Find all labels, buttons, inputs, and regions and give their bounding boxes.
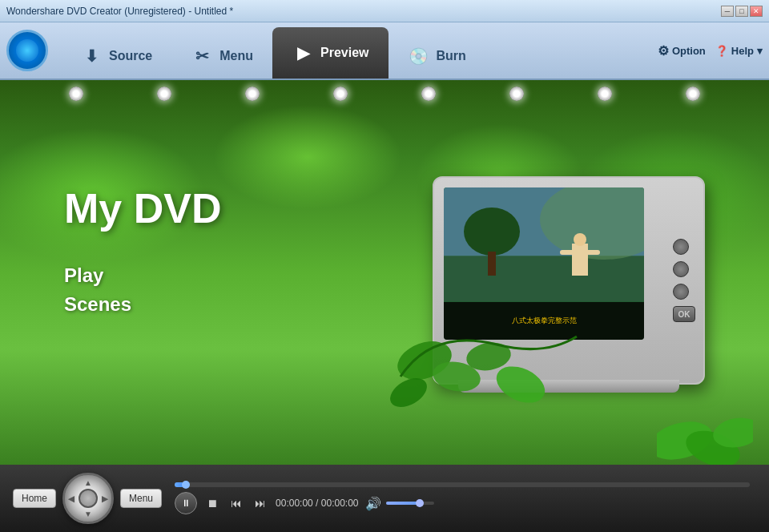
volume-fill bbox=[386, 502, 420, 505]
titlebar: Wondershare DVD Creator (Unregistered) -… bbox=[0, 0, 769, 22]
svg-rect-3 bbox=[488, 252, 496, 276]
menu-button[interactable]: Menu bbox=[120, 489, 162, 508]
tv-buttons: OK bbox=[673, 239, 695, 322]
toolbar: ⬇ Source ✂ Menu ▶ Preview 💿 Burn ⚙ Optio… bbox=[0, 22, 769, 80]
preview-icon: ▶ bbox=[292, 42, 314, 64]
vine-decoration-svg bbox=[384, 312, 585, 409]
progress-area: ⏸ ⏹ ⏮ ⏭ 00:00:00 / 00:00:00 🔊 bbox=[175, 482, 750, 514]
stage-lights bbox=[0, 80, 769, 128]
tab-source[interactable]: ⬇ Source bbox=[61, 34, 171, 79]
nav-up-arrow: ▲ bbox=[84, 478, 92, 487]
menu-tab-label: Menu bbox=[219, 49, 253, 63]
dvd-title: My DVD bbox=[64, 184, 221, 232]
tv-button-1[interactable] bbox=[673, 239, 689, 255]
stop-button[interactable]: ⏹ bbox=[203, 494, 221, 512]
tv-ok-button[interactable]: OK bbox=[673, 306, 695, 322]
source-icon: ⬇ bbox=[80, 45, 103, 67]
progress-bar[interactable] bbox=[175, 482, 750, 487]
stage-light-6 bbox=[509, 87, 524, 101]
volume-handle[interactable] bbox=[416, 499, 424, 507]
nav-left-arrow: ◀ bbox=[68, 494, 74, 503]
svg-rect-7 bbox=[560, 250, 600, 255]
next-button[interactable]: ⏭ bbox=[252, 494, 269, 512]
tab-menu[interactable]: ✂ Menu bbox=[171, 34, 272, 79]
tv-scenery-svg bbox=[444, 187, 644, 302]
stage-light-2 bbox=[157, 87, 171, 101]
window-controls: ─ □ ✕ bbox=[721, 6, 763, 17]
gear-icon: ⚙ bbox=[658, 43, 669, 58]
menu-icon: ✂ bbox=[191, 45, 213, 67]
app-logo bbox=[6, 30, 48, 71]
prev-button[interactable]: ⏮ bbox=[227, 494, 245, 512]
nav-right-arrow: ▶ bbox=[102, 494, 108, 503]
nav-disc[interactable]: ▲ ▼ ◀ ▶ bbox=[62, 473, 114, 524]
progress-handle[interactable] bbox=[182, 481, 190, 489]
tv-container: 八式太极拳完整示范 OK bbox=[433, 176, 705, 385]
minimize-button[interactable]: ─ bbox=[721, 6, 734, 17]
stage-light-8 bbox=[686, 87, 700, 101]
nav-down-arrow: ▼ bbox=[84, 510, 92, 518]
maximize-button[interactable]: □ bbox=[735, 6, 748, 17]
app-logo-inner bbox=[16, 39, 38, 62]
stage-light-3 bbox=[245, 87, 260, 101]
svg-rect-1 bbox=[444, 256, 644, 302]
preview-tab-label: Preview bbox=[320, 46, 368, 60]
help-icon: ❓ bbox=[715, 45, 728, 57]
dvd-menu-items: Play Scenes bbox=[64, 264, 131, 322]
help-dropdown-icon: ▾ bbox=[757, 45, 763, 57]
tv-button-3[interactable] bbox=[673, 284, 689, 300]
control-bar: Home ▲ ▼ ◀ ▶ Menu ⏸ ⏹ ⏮ ⏭ 00:00:00 bbox=[0, 465, 769, 532]
svg-point-6 bbox=[574, 233, 586, 246]
help-button[interactable]: ❓ Help ▾ bbox=[715, 45, 763, 57]
svg-rect-5 bbox=[572, 244, 588, 276]
time-current: 00:00:00 bbox=[276, 498, 313, 509]
toolbar-right: ⚙ Option ❓ Help ▾ bbox=[658, 43, 763, 58]
option-button[interactable]: ⚙ Option bbox=[658, 43, 706, 58]
time-display: 00:00:00 / 00:00:00 bbox=[276, 498, 358, 509]
time-separator: / bbox=[316, 498, 321, 509]
tab-preview[interactable]: ▶ Preview bbox=[272, 27, 388, 79]
volume-area: 🔊 bbox=[365, 496, 434, 511]
nav-center-button[interactable] bbox=[79, 489, 98, 508]
tv-button-2[interactable] bbox=[673, 261, 689, 277]
leaf-decoration-svg bbox=[657, 401, 753, 465]
volume-bar[interactable] bbox=[386, 502, 434, 505]
main-content: My DVD Play Scenes bbox=[0, 80, 769, 532]
time-total: 00:00:00 bbox=[321, 498, 359, 509]
dvd-preview: My DVD Play Scenes bbox=[0, 80, 769, 465]
stage-light-1 bbox=[69, 87, 83, 101]
dvd-menu-scenes[interactable]: Scenes bbox=[64, 293, 131, 316]
volume-icon[interactable]: 🔊 bbox=[365, 496, 381, 511]
stage-light-5 bbox=[421, 87, 436, 101]
option-label: Option bbox=[672, 45, 706, 57]
svg-point-2 bbox=[464, 208, 520, 256]
help-label: Help bbox=[731, 45, 754, 57]
stage-light-4 bbox=[333, 87, 348, 101]
dvd-menu-play[interactable]: Play bbox=[64, 264, 131, 287]
burn-icon: 💿 bbox=[408, 45, 430, 67]
playback-controls: ⏸ ⏹ ⏮ ⏭ 00:00:00 / 00:00:00 🔊 bbox=[175, 492, 750, 514]
tab-burn[interactable]: 💿 Burn bbox=[389, 34, 485, 79]
window-title: Wondershare DVD Creator (Unregistered) -… bbox=[6, 6, 233, 17]
toolbar-tabs: ⬇ Source ✂ Menu ▶ Preview 💿 Burn bbox=[61, 22, 658, 79]
source-tab-label: Source bbox=[109, 49, 152, 63]
burn-tab-label: Burn bbox=[437, 49, 466, 63]
stage-light-7 bbox=[598, 87, 612, 101]
pause-button[interactable]: ⏸ bbox=[175, 492, 197, 514]
home-button[interactable]: Home bbox=[13, 489, 56, 508]
close-button[interactable]: ✕ bbox=[750, 6, 763, 17]
tv-video-content bbox=[444, 187, 644, 302]
